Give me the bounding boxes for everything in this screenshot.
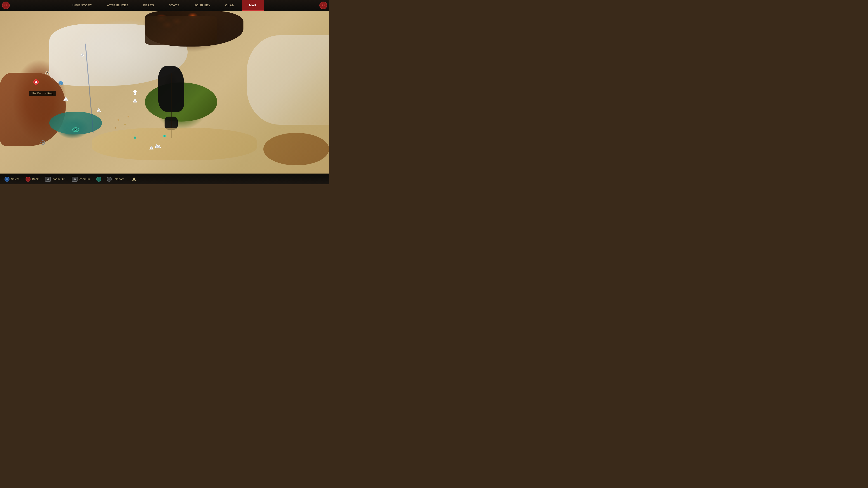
svg-point-41 xyxy=(42,142,43,143)
settlement-dot-3 xyxy=(127,116,129,118)
r1-button[interactable]: R1 xyxy=(72,177,78,182)
nav-item-journey[interactable]: JOURNEY xyxy=(187,0,218,11)
terrain-brown-right xyxy=(264,133,329,165)
tent-icon-2 xyxy=(155,143,161,149)
location-dot-2[interactable] xyxy=(163,135,166,137)
triangle-button[interactable]: △ xyxy=(96,177,101,182)
back-label: Back xyxy=(32,177,39,181)
nav-item-clan[interactable]: CLAN xyxy=(218,0,242,11)
map-container[interactable]: The Barrow King xyxy=(0,11,329,173)
l1-button[interactable]: L1 xyxy=(45,177,51,182)
camp-small-icon xyxy=(40,140,45,145)
l2-button[interactable]: L2 xyxy=(0,0,12,11)
settlement-dot-4 xyxy=(115,127,116,129)
mountain-icon-1 xyxy=(63,96,69,101)
action-teleport: △ + ⊙ Teleport xyxy=(96,177,124,182)
bottom-bar: ✕ Select ○ Back L1 Zoom Out R1 Zoom In △… xyxy=(0,173,329,184)
settlement-dot-2 xyxy=(124,124,126,125)
player-marker xyxy=(33,79,39,86)
action-zoom-in: R1 Zoom In xyxy=(72,177,90,182)
nav-item-inventory[interactable]: INVENTORY xyxy=(65,0,100,11)
animal-icon xyxy=(58,80,64,85)
svg-point-2 xyxy=(47,72,48,73)
eye-icon-teal xyxy=(72,127,79,132)
terrain-pale-right xyxy=(247,35,329,125)
camp-marker-2[interactable] xyxy=(155,143,161,149)
zoom-in-label: Zoom In xyxy=(79,177,90,181)
svg-point-27 xyxy=(75,129,76,130)
camp-marker-1[interactable] xyxy=(80,52,85,57)
terrain-ruins xyxy=(145,16,217,45)
teleport-label: Teleport xyxy=(113,177,124,181)
nav-item-attributes[interactable]: ATTRIBUTES xyxy=(100,0,136,11)
mountain-icon-2 xyxy=(96,108,101,112)
circle-button[interactable]: ○ xyxy=(26,177,31,182)
position-indicator xyxy=(132,177,136,182)
svg-marker-42 xyxy=(132,177,136,181)
zoom-out-label: Zoom Out xyxy=(53,177,65,181)
nav-item-map[interactable]: MAP xyxy=(242,0,264,11)
tent-icon-3 xyxy=(149,145,154,150)
r2-button[interactable]: R2 xyxy=(317,0,329,11)
action-zoom-out: L1 Zoom Out xyxy=(45,177,65,182)
stick-button[interactable]: ⊙ xyxy=(107,177,112,182)
animal-marker[interactable] xyxy=(58,80,64,85)
position-icon xyxy=(132,177,136,182)
action-select: ✕ Select xyxy=(4,177,19,182)
eye-marker-teal[interactable] xyxy=(72,127,79,132)
cross-button[interactable]: ✕ xyxy=(4,177,9,182)
tent-icon-1 xyxy=(80,52,85,57)
eye-marker-1[interactable] xyxy=(45,71,51,74)
tower-marker[interactable] xyxy=(132,89,138,95)
terrain-sandy xyxy=(92,128,257,160)
svg-line-15 xyxy=(62,84,62,85)
camp-marker-3[interactable] xyxy=(149,145,154,150)
mountain-marker-1[interactable] xyxy=(63,96,69,101)
action-back: ○ Back xyxy=(26,177,39,182)
camp-small-1[interactable] xyxy=(40,140,45,145)
svg-rect-33 xyxy=(134,93,135,94)
marker-icon xyxy=(33,79,39,86)
nav-items: INVENTORY ATTRIBUTES FEATS STATS JOURNEY… xyxy=(12,0,317,11)
mountain-marker-2[interactable] xyxy=(96,108,101,112)
mountain-icon-3 xyxy=(132,98,137,103)
nav-item-feats[interactable]: FEATS xyxy=(136,0,161,11)
road-horizontal xyxy=(158,73,184,73)
settlement-dot-1 xyxy=(118,119,119,121)
location-dot-1[interactable] xyxy=(133,136,136,139)
mountain-marker-3[interactable] xyxy=(132,98,137,103)
nav-item-stats[interactable]: STATS xyxy=(162,0,187,11)
svg-marker-32 xyxy=(133,90,137,92)
nav-bar: L2 INVENTORY ATTRIBUTES FEATS STATS JOUR… xyxy=(0,0,329,11)
select-label: Select xyxy=(11,177,19,181)
tower-icon xyxy=(132,89,138,95)
eye-icon-1 xyxy=(45,71,51,74)
